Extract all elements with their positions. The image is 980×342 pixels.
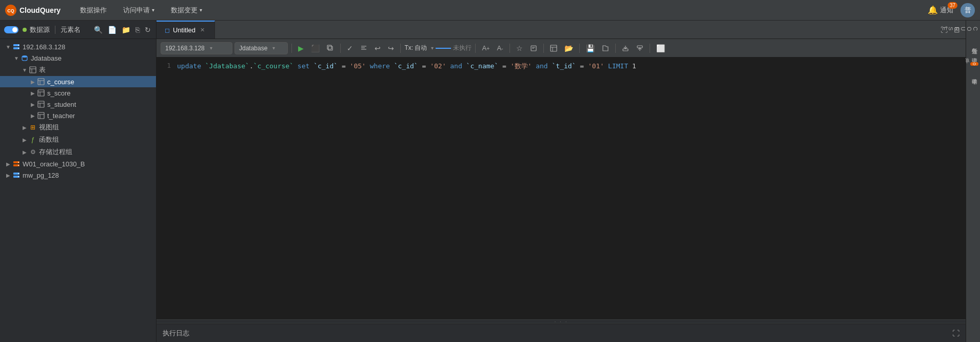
server-3-label: mw_pg_128 bbox=[23, 172, 59, 179]
bookmark-button[interactable]: ☆ bbox=[514, 43, 525, 54]
stop-button[interactable]: ⬛ bbox=[308, 43, 322, 54]
toggle-switch[interactable] bbox=[4, 26, 18, 33]
expand-arrow-icon: ▶ bbox=[21, 148, 29, 156]
table-icon bbox=[37, 89, 45, 97]
sql-file-icon: ◻ bbox=[165, 27, 170, 34]
search-icon[interactable]: 🔍 bbox=[93, 25, 104, 35]
format-button[interactable] bbox=[358, 43, 370, 53]
right-panel-requests[interactable]: 申请单 bbox=[967, 51, 979, 55]
toolbar-divider bbox=[650, 44, 650, 53]
new-file-icon[interactable]: 📄 bbox=[107, 25, 117, 35]
save-button[interactable]: 💾 bbox=[583, 43, 597, 54]
tree-item-server-2[interactable]: ▶ W01_oracle_1030_B bbox=[0, 158, 156, 169]
toolbar-divider bbox=[340, 44, 341, 53]
server-icon bbox=[12, 43, 21, 51]
font-larger-button[interactable]: A+ bbox=[479, 43, 492, 53]
svg-rect-19 bbox=[38, 112, 44, 119]
toolbar-divider bbox=[475, 44, 476, 53]
expand-arrow-icon: ▶ bbox=[4, 160, 12, 168]
expand-arrow-icon: ▶ bbox=[4, 171, 12, 179]
tree-item-server-1[interactable]: ▼ 192.168.3.128 bbox=[0, 41, 156, 52]
right-panel-running-tasks[interactable]: 运行任务 bbox=[967, 42, 979, 46]
tree-item-tables[interactable]: ▼ 表 bbox=[0, 64, 156, 76]
tree-item-server-3[interactable]: ▶ mw_pg_128 bbox=[0, 169, 156, 181]
toolbar-divider bbox=[291, 44, 292, 53]
svg-point-24 bbox=[18, 162, 19, 163]
check-button[interactable]: ✓ bbox=[344, 43, 356, 54]
table-icon bbox=[37, 100, 45, 108]
notification-button[interactable]: 🔔 37 通知 bbox=[928, 5, 953, 15]
db-1-label: Jdatabase bbox=[31, 54, 62, 62]
tree-item-db-1[interactable]: ▼ Jdatabase bbox=[0, 52, 156, 64]
right-panel-course[interactable]: COURSE bbox=[967, 25, 979, 34]
toolbar-divider bbox=[509, 44, 510, 53]
terminal-button[interactable]: ⬜ bbox=[654, 43, 668, 54]
logo-icon: CQ bbox=[5, 5, 16, 16]
nav-item-access[interactable]: 访问申请 ▾ bbox=[120, 4, 158, 17]
svg-point-4 bbox=[18, 45, 19, 46]
nav-item-data-change[interactable]: 数据变更 ▾ bbox=[168, 4, 205, 17]
expand-log-button[interactable]: ⛶ bbox=[952, 329, 959, 337]
datasource-toggle[interactable]: 数据源 bbox=[4, 25, 50, 34]
avatar[interactable]: 普 bbox=[961, 3, 975, 17]
line-code[interactable]: update `Jdatabase`.`c_course` set `c_id`… bbox=[177, 62, 966, 71]
sql-editor[interactable]: 1 update `Jdatabase`.`c_course` set `c_i… bbox=[156, 58, 966, 319]
copy-sql-button[interactable] bbox=[324, 43, 337, 53]
svg-rect-30 bbox=[328, 46, 332, 50]
tree-item-s-score[interactable]: ▶ s_score bbox=[0, 87, 156, 99]
toolbar-divider bbox=[543, 44, 544, 53]
copy-icon[interactable]: ⎘ bbox=[134, 25, 141, 35]
nav-item-data-ops[interactable]: 数据操作 bbox=[77, 4, 110, 17]
run-button[interactable]: ▶ bbox=[296, 43, 306, 54]
open-file-button[interactable] bbox=[599, 43, 612, 53]
table-view-button[interactable] bbox=[547, 43, 560, 53]
tab-close-button[interactable]: ✕ bbox=[199, 26, 206, 34]
tree-item-c-course[interactable]: ▶ c_course bbox=[0, 76, 156, 87]
right-panel-apply[interactable]: 申请单 bbox=[967, 72, 979, 76]
status-dot bbox=[23, 28, 27, 32]
redo-button[interactable]: ↪ bbox=[385, 43, 397, 54]
chevron-down-icon: ▾ bbox=[200, 7, 202, 13]
expand-arrow-icon: ▶ bbox=[29, 78, 37, 86]
log-area: 执行日志 ⛶ bbox=[156, 324, 966, 342]
tab-untitled[interactable]: ◻ Untitled ✕ bbox=[156, 21, 215, 39]
export-button[interactable] bbox=[619, 43, 632, 53]
expand-arrow-icon: ▼ bbox=[21, 66, 29, 74]
host-selector[interactable]: 192.168.3.128 ▾ bbox=[161, 42, 232, 54]
refresh-icon[interactable]: ↻ bbox=[144, 25, 152, 35]
tx-text: Tx: 自动 bbox=[404, 44, 427, 52]
bell-icon: 🔔 bbox=[928, 5, 938, 15]
table-icon bbox=[37, 111, 45, 120]
tree-item-procs[interactable]: ▶ ⚙ 存储过程组 bbox=[0, 146, 156, 158]
tree-item-s-student[interactable]: ▶ s_student bbox=[0, 99, 156, 110]
svg-rect-31 bbox=[327, 45, 331, 49]
svg-rect-38 bbox=[551, 45, 557, 51]
database-selector[interactable]: Jdatabase ▾ bbox=[234, 42, 288, 54]
undo-button[interactable]: ↩ bbox=[372, 43, 383, 54]
folder-icon[interactable]: 📁 bbox=[121, 25, 131, 35]
svg-rect-16 bbox=[38, 101, 44, 107]
view-group-icon: ⊞ bbox=[29, 123, 37, 131]
chevron-down-icon: ▾ bbox=[210, 45, 212, 51]
snippet-button[interactable] bbox=[527, 43, 540, 53]
right-panel-badge-item[interactable]: 0 bbox=[967, 60, 979, 69]
font-smaller-button[interactable]: A- bbox=[494, 43, 505, 53]
svg-point-25 bbox=[18, 165, 19, 166]
logo[interactable]: CQ CloudQuery bbox=[5, 5, 67, 16]
open-folder-button[interactable]: 📂 bbox=[562, 43, 576, 54]
left-sidebar: 数据源 元素名 🔍 📄 📁 ⎘ ↻ ▼ 192.168.3.128 bbox=[0, 21, 156, 342]
tree-item-funcs[interactable]: ▶ ƒ 函数组 bbox=[0, 134, 156, 146]
sidebar-toolbar: 数据源 元素名 🔍 📄 📁 ⎘ ↻ bbox=[0, 21, 156, 39]
proc-group-icon: ⚙ bbox=[29, 148, 37, 156]
procs-label: 存储过程组 bbox=[39, 147, 72, 157]
tree-item-t-teacher[interactable]: ▶ t_teacher bbox=[0, 110, 156, 121]
notification-count: 37 bbox=[948, 2, 957, 9]
func-group-icon: ƒ bbox=[29, 136, 37, 144]
right-panel-course-label: COURSE bbox=[942, 27, 978, 32]
import-button[interactable] bbox=[634, 43, 646, 53]
editor-resize-handle[interactable]: · · · bbox=[156, 319, 966, 324]
expand-arrow-icon: ▶ bbox=[29, 111, 37, 120]
logo-text: CloudQuery bbox=[19, 6, 61, 14]
tree-item-views[interactable]: ▶ ⊞ 视图组 bbox=[0, 121, 156, 134]
funcs-label: 函数组 bbox=[39, 135, 59, 144]
